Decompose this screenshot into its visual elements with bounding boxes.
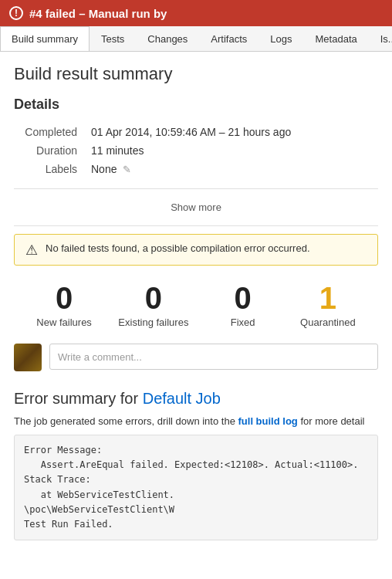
stat-fixed: 0 Fixed <box>212 281 274 328</box>
tab-tests[interactable]: Tests <box>90 26 136 51</box>
avatar <box>14 344 42 371</box>
error-summary-title: Error summary for Default Job <box>14 390 378 408</box>
duration-value: 11 minutes <box>86 142 377 159</box>
error-desc-prefix: The job generated some errors, drill dow… <box>14 415 238 427</box>
tab-build-summary[interactable]: Build summary <box>0 26 90 52</box>
show-more-button[interactable]: Show more <box>14 197 378 218</box>
stat-quarantined-label: Quarantined <box>297 317 359 328</box>
error-code-block: Error Message: Assert.AreEqual failed. E… <box>14 435 378 540</box>
comment-section: Write a comment... <box>14 344 378 371</box>
stat-existing-failures-value: 0 <box>118 281 188 315</box>
default-job-link[interactable]: Default Job <box>143 390 221 407</box>
stat-fixed-label: Fixed <box>212 317 274 328</box>
stat-new-failures-label: New failures <box>33 317 95 328</box>
edit-icon[interactable]: ✎ <box>123 164 131 175</box>
stat-fixed-value: 0 <box>212 281 274 315</box>
divider-1 <box>14 188 378 189</box>
stat-new-failures: 0 New failures <box>33 281 95 328</box>
full-build-log-link[interactable]: full build log <box>238 415 298 427</box>
warning-box: ⚠ No failed tests found, a possible comp… <box>14 234 378 266</box>
warning-message: No failed tests found, a possible compil… <box>46 242 310 254</box>
status-icon: ! <box>9 6 23 20</box>
tab-metadata[interactable]: Metadata <box>304 26 369 51</box>
page-title: Build result summary <box>14 64 378 84</box>
stats-row: 0 New failures 0 Existing failures 0 Fix… <box>14 281 378 328</box>
details-table: Completed 01 Apr 2014, 10:59:46 AM – 21 … <box>14 122 378 179</box>
header-bar: ! #4 failed – Manual run by <box>0 0 392 26</box>
details-section-title: Details <box>14 96 378 113</box>
stat-existing-failures: 0 Existing failures <box>118 281 188 328</box>
stat-existing-failures-label: Existing failures <box>118 317 188 328</box>
error-description: The job generated some errors, drill dow… <box>14 415 378 427</box>
labels-cell: None ✎ <box>86 161 377 178</box>
main-content: Build result summary Details Completed 0… <box>0 52 392 553</box>
tab-artifacts[interactable]: Artifacts <box>199 26 259 51</box>
avatar-image <box>14 344 42 371</box>
error-summary-title-text: Error summary for <box>14 390 143 407</box>
tab-logs[interactable]: Logs <box>259 26 303 51</box>
tabs-bar: Build summary Tests Changes Artifacts Lo… <box>0 26 392 52</box>
labels-label: Labels <box>15 161 85 178</box>
stat-quarantined-value: 1 <box>297 281 359 315</box>
stat-new-failures-value: 0 <box>33 281 95 315</box>
completed-label: Completed <box>15 124 85 141</box>
completed-value: 01 Apr 2014, 10:59:46 AM – 21 hours ago <box>86 124 377 141</box>
error-desc-suffix: for more detail <box>298 415 365 427</box>
header-title: #4 failed – Manual run by <box>29 7 167 20</box>
comment-input[interactable]: Write a comment... <box>49 344 378 370</box>
comment-placeholder: Write a comment... <box>58 351 142 363</box>
warning-icon: ⚠ <box>25 243 38 257</box>
tab-issues[interactable]: Is... <box>369 26 392 51</box>
tab-changes[interactable]: Changes <box>136 26 199 51</box>
stat-quarantined: 1 Quarantined <box>297 281 359 328</box>
divider-2 <box>14 225 378 226</box>
duration-label: Duration <box>15 142 85 159</box>
labels-value: None <box>91 163 117 175</box>
